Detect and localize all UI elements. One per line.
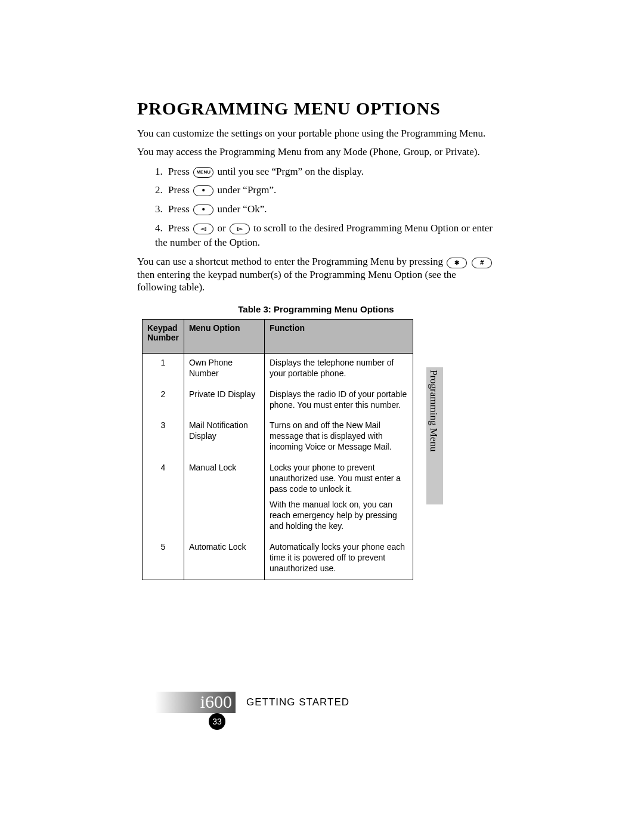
steps-list: 1.Press MENU until you see “Prgm” on the…	[155, 165, 495, 250]
col-menu-option: Menu Option	[184, 320, 264, 354]
dot-key-icon	[193, 185, 213, 196]
intro-paragraph-2: You may access the Programming Menu from…	[137, 145, 495, 158]
side-tab-label: Programming Menu	[428, 370, 439, 451]
table-caption: Table 3: Programming Menu Options	[137, 304, 495, 314]
table-row: 1 Own Phone Number Displays the telephon…	[143, 354, 413, 385]
footer-model: i600	[200, 692, 232, 712]
right-arrow-key-icon	[230, 224, 250, 234]
footer-gradient: i600	[155, 692, 236, 713]
page-footer: i600 GETTING STARTED 33	[155, 692, 417, 716]
page-title: PROGRAMMING MENU OPTIONS	[137, 98, 495, 119]
shortcut-paragraph: You can use a shortcut method to enter t…	[137, 255, 495, 293]
hash-key-icon	[472, 258, 492, 268]
dot-key-icon	[193, 205, 213, 215]
footer-page-number: 33	[209, 713, 225, 730]
left-arrow-key-icon	[193, 224, 213, 234]
col-keypad-number: Keypad Number	[143, 320, 184, 354]
star-key-icon	[447, 258, 467, 268]
table-row: 2 Private ID Display Displays the radio …	[143, 385, 413, 416]
options-table: Keypad Number Menu Option Function 1 Own…	[142, 319, 413, 580]
footer-section-title: GETTING STARTED	[246, 696, 349, 708]
table-row: 4 Manual Lock Locks your phone to preven…	[143, 459, 413, 538]
step-2: 2.Press under “Prgm”.	[155, 183, 495, 197]
step-3: 3.Press under “Ok”.	[155, 202, 495, 216]
step-1: 1.Press MENU until you see “Prgm” on the…	[155, 165, 495, 179]
page-content: PROGRAMMING MENU OPTIONS You can customi…	[137, 98, 495, 580]
side-tab: Programming Menu	[426, 367, 443, 504]
step-4: 4.Press or to scroll to the desired Prog…	[155, 221, 495, 250]
menu-key-icon: MENU	[193, 167, 213, 178]
col-function: Function	[264, 320, 413, 354]
intro-paragraph-1: You can customize the settings on your p…	[137, 127, 495, 140]
table-row: 3 Mail Notification Display Turns on and…	[143, 416, 413, 459]
table-row: 5 Automatic Lock Automatically locks you…	[143, 538, 413, 580]
